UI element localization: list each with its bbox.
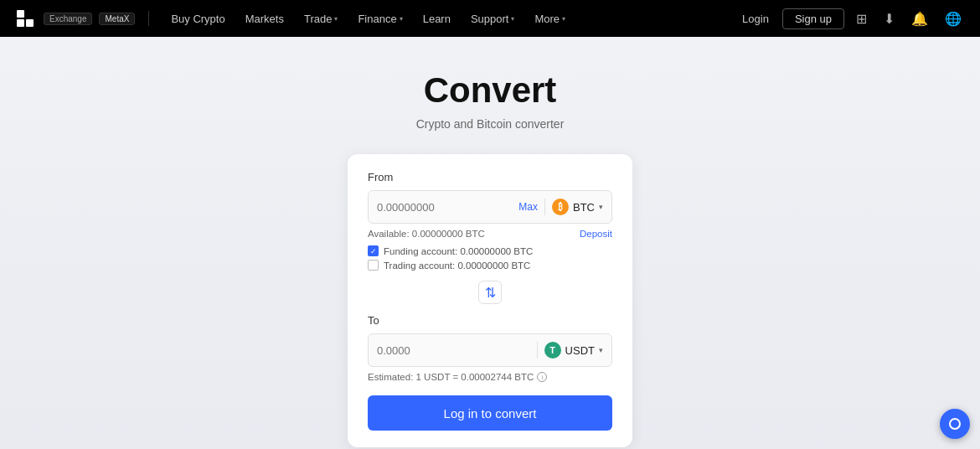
nav-links: Buy Crypto Markets Trade ▾ Finance ▾ Lea…: [162, 9, 725, 28]
to-currency-chevron-icon: ▾: [599, 346, 603, 354]
estimated-text: Estimated: 1 USDT = 0.00002744 BTC: [368, 372, 534, 382]
swap-row: ⇅: [368, 281, 612, 304]
to-currency-selector[interactable]: T USDT ▾: [537, 342, 603, 359]
nav-right: Login Sign up ⊞ ⬇ 🔔 🌐: [735, 8, 967, 29]
download-icon[interactable]: ⬇: [879, 9, 900, 28]
trading-account-label: Trading account: 0.00000000 BTC: [384, 261, 530, 271]
nav-more[interactable]: More ▾: [526, 9, 574, 28]
from-currency-name: BTC: [573, 201, 595, 214]
to-section: To T USDT ▾ Estimated: 1 USDT = 0.000027…: [368, 314, 612, 382]
swap-arrows-icon: ⇅: [485, 285, 496, 301]
nav-support[interactable]: Support ▾: [462, 9, 524, 28]
more-chevron-icon: ▾: [562, 15, 565, 23]
metax-badge[interactable]: MetaX: [99, 13, 135, 25]
grid-icon[interactable]: ⊞: [851, 9, 872, 28]
to-input[interactable]: [377, 344, 537, 357]
trading-account-option: Trading account: 0.00000000 BTC: [368, 260, 612, 271]
bell-icon[interactable]: 🔔: [906, 9, 933, 28]
fab-button[interactable]: [940, 409, 970, 439]
account-options: Funding account: 0.00000000 BTC Trading …: [368, 245, 612, 271]
finance-chevron-icon: ▾: [400, 15, 403, 23]
signup-button[interactable]: Sign up: [782, 8, 844, 29]
max-button[interactable]: Max: [518, 201, 538, 213]
page-subtitle: Crypto and Bitcoin converter: [416, 117, 565, 131]
nav-learn[interactable]: Learn: [415, 9, 459, 28]
nav-divider: [148, 11, 149, 26]
to-currency-name: USDT: [565, 344, 595, 357]
available-row: Available: 0.00000000 BTC Deposit: [368, 229, 612, 239]
from-input[interactable]: [377, 201, 518, 214]
swap-button[interactable]: ⇅: [478, 281, 502, 304]
btc-icon: ₿: [552, 199, 569, 215]
converter-card: From Max ₿ BTC ▾ Available: 0.00000000 B…: [348, 154, 632, 447]
trade-chevron-icon: ▾: [334, 15, 338, 23]
from-label: From: [368, 171, 612, 183]
funding-account-option: Funding account: 0.00000000 BTC: [368, 245, 612, 256]
support-chevron-icon: ▾: [511, 15, 514, 23]
available-text: Available: 0.00000000 BTC: [368, 229, 485, 239]
usdt-icon: T: [544, 342, 561, 359]
funding-checkbox[interactable]: [368, 245, 379, 256]
from-currency-selector[interactable]: ₿ BTC ▾: [544, 199, 603, 215]
exchange-badge[interactable]: Exchange: [44, 13, 92, 25]
deposit-link[interactable]: Deposit: [580, 229, 612, 239]
estimated-row: Estimated: 1 USDT = 0.00002744 BTC i: [368, 372, 612, 382]
nav-markets[interactable]: Markets: [237, 9, 292, 28]
page-title: Convert: [424, 70, 557, 111]
trading-checkbox[interactable]: [368, 260, 379, 271]
from-currency-chevron-icon: ▾: [599, 203, 603, 211]
info-icon[interactable]: i: [537, 372, 547, 382]
nav-buy-crypto[interactable]: Buy Crypto: [162, 9, 233, 28]
to-label: To: [368, 314, 612, 327]
login-button[interactable]: Login: [735, 9, 776, 28]
to-input-row: T USDT ▾: [368, 333, 612, 367]
funding-account-label: Funding account: 0.00000000 BTC: [384, 246, 533, 256]
globe-icon[interactable]: 🌐: [940, 9, 967, 28]
nav-trade[interactable]: Trade ▾: [296, 9, 346, 28]
nav-finance[interactable]: Finance ▾: [349, 9, 410, 28]
from-input-row: Max ₿ BTC ▾: [368, 190, 612, 224]
main-content: Convert Crypto and Bitcoin converter Fro…: [0, 37, 980, 449]
convert-button[interactable]: Log in to convert: [368, 395, 612, 431]
okx-logo: [13, 10, 37, 27]
navbar: Exchange MetaX Buy Crypto Markets Trade …: [0, 0, 980, 37]
logo-area: Exchange MetaX: [13, 10, 135, 27]
fab-icon: [949, 418, 961, 430]
